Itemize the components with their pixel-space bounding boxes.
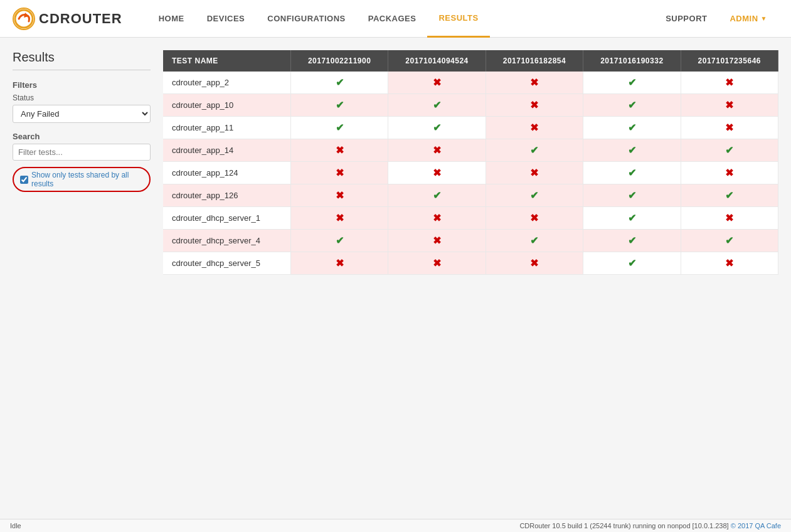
pass-icon: ✔ xyxy=(628,235,636,246)
brand-logo-icon xyxy=(13,8,35,30)
nav-results[interactable]: RESULTS xyxy=(427,0,489,38)
status-select[interactable]: Any FailedAll PassedAnyNone xyxy=(13,105,151,123)
fail-icon: ✖ xyxy=(530,122,538,133)
result-cell: ✔ xyxy=(583,230,681,252)
result-cell: ✔ xyxy=(583,207,681,230)
test-name-cell: cdrouter_app_14 xyxy=(163,139,290,162)
pass-icon: ✔ xyxy=(725,235,733,246)
filters-heading: Filters xyxy=(13,80,151,90)
result-cell: ✖ xyxy=(388,162,486,184)
result-cell: ✔ xyxy=(681,139,778,162)
col-run2[interactable]: 20171014094524 xyxy=(388,50,486,72)
table-row: cdrouter_app_14✖✖✔✔✔ xyxy=(163,139,778,162)
result-cell: ✔ xyxy=(583,184,681,207)
result-cell: ✔ xyxy=(486,184,583,207)
nav-home[interactable]: HOME xyxy=(147,0,196,38)
status-qacafe-link[interactable]: © 2017 QA Cafe xyxy=(731,522,781,529)
status-idle: Idle xyxy=(10,522,21,529)
table-row: cdrouter_dhcp_server_5✖✖✖✔✖ xyxy=(163,252,778,275)
col-run3[interactable]: 20171016182854 xyxy=(486,50,583,72)
pass-icon: ✔ xyxy=(433,190,441,201)
status-filter-section: Status Any FailedAll PassedAnyNone xyxy=(13,93,151,123)
result-cell: ✖ xyxy=(681,72,778,94)
table-row: cdrouter_app_11✔✔✖✔✖ xyxy=(163,117,778,139)
pass-icon: ✔ xyxy=(628,168,636,178)
result-cell: ✔ xyxy=(290,117,388,139)
pass-icon: ✔ xyxy=(725,190,733,201)
nav-devices[interactable]: DEVICES xyxy=(196,0,257,38)
status-label: Status xyxy=(13,93,151,102)
pass-icon: ✔ xyxy=(628,190,636,201)
test-name-cell: cdrouter_dhcp_server_4 xyxy=(163,230,290,252)
result-cell: ✖ xyxy=(681,117,778,139)
fail-icon: ✖ xyxy=(336,168,344,178)
result-cell: ✔ xyxy=(486,139,583,162)
table-row: cdrouter_dhcp_server_4✔✖✔✔✔ xyxy=(163,230,778,252)
fail-icon: ✖ xyxy=(433,145,441,156)
nav-admin[interactable]: ADMIN ▼ xyxy=(718,0,778,38)
fail-icon: ✖ xyxy=(725,213,733,223)
nav-links: HOME DEVICES CONFIGURATIONS PACKAGES RES… xyxy=(147,0,654,38)
status-version: CDRouter 10.5 build 1 (25244 trunk) runn… xyxy=(519,522,728,529)
pass-icon: ✔ xyxy=(725,145,733,156)
pass-icon: ✔ xyxy=(628,213,636,223)
test-name-cell: cdrouter_app_124 xyxy=(163,162,290,184)
fail-icon: ✖ xyxy=(336,258,344,269)
test-name-cell: cdrouter_dhcp_server_5 xyxy=(163,252,290,275)
brand: CDROUTER xyxy=(13,8,122,30)
shared-tests-checkbox-row[interactable]: Show only tests shared by all results xyxy=(13,167,151,192)
fail-icon: ✖ xyxy=(433,258,441,269)
result-cell: ✔ xyxy=(388,184,486,207)
result-cell: ✔ xyxy=(583,94,681,117)
pass-icon: ✔ xyxy=(336,100,344,110)
nav-support[interactable]: SUPPORT xyxy=(654,0,718,38)
table-row: cdrouter_app_124✖✖✖✔✖ xyxy=(163,162,778,184)
table-row: cdrouter_dhcp_server_1✖✖✖✔✖ xyxy=(163,207,778,230)
col-run5[interactable]: 20171017235646 xyxy=(681,50,778,72)
search-input[interactable] xyxy=(13,144,151,161)
test-name-cell: cdrouter_app_2 xyxy=(163,72,290,94)
result-cell: ✖ xyxy=(486,72,583,94)
result-cell: ✖ xyxy=(486,207,583,230)
nav-configurations[interactable]: CONFIGURATIONS xyxy=(256,0,356,38)
result-cell: ✖ xyxy=(290,207,388,230)
fail-icon: ✖ xyxy=(725,100,733,110)
sidebar-title: Results xyxy=(13,50,151,70)
test-name-cell: cdrouter_dhcp_server_1 xyxy=(163,207,290,230)
fail-icon: ✖ xyxy=(530,168,538,178)
result-cell: ✔ xyxy=(290,72,388,94)
col-run1[interactable]: 20171002211900 xyxy=(290,50,388,72)
fail-icon: ✖ xyxy=(433,168,441,178)
result-cell: ✔ xyxy=(583,72,681,94)
result-cell: ✔ xyxy=(681,230,778,252)
result-cell: ✖ xyxy=(681,162,778,184)
fail-icon: ✖ xyxy=(336,190,344,201)
pass-icon: ✔ xyxy=(530,145,538,156)
search-heading: Search xyxy=(13,132,151,141)
fail-icon: ✖ xyxy=(725,77,733,88)
result-cell: ✔ xyxy=(388,94,486,117)
test-name-cell: cdrouter_app_126 xyxy=(163,184,290,207)
pass-icon: ✔ xyxy=(628,100,636,110)
col-run4[interactable]: 20171016190332 xyxy=(583,50,681,72)
result-cell: ✖ xyxy=(388,139,486,162)
result-cell: ✖ xyxy=(290,162,388,184)
fail-icon: ✖ xyxy=(725,258,733,269)
pass-icon: ✔ xyxy=(628,258,636,269)
result-cell: ✔ xyxy=(290,230,388,252)
shared-tests-checkbox[interactable] xyxy=(20,176,28,184)
status-bar: Idle CDRouter 10.5 build 1 (25244 trunk)… xyxy=(0,519,791,532)
pass-icon: ✔ xyxy=(530,235,538,246)
result-cell: ✖ xyxy=(681,207,778,230)
result-cell: ✖ xyxy=(486,117,583,139)
col-test-name: TEST NAME xyxy=(163,50,290,72)
fail-icon: ✖ xyxy=(530,77,538,88)
sidebar: Results Filters Status Any FailedAll Pas… xyxy=(13,50,151,506)
result-cell: ✔ xyxy=(486,230,583,252)
pass-icon: ✔ xyxy=(433,100,441,110)
result-cell: ✔ xyxy=(388,117,486,139)
fail-icon: ✖ xyxy=(530,213,538,223)
table-row: cdrouter_app_2✔✖✖✔✖ xyxy=(163,72,778,94)
nav-packages[interactable]: PACKAGES xyxy=(357,0,428,38)
navbar: CDROUTER HOME DEVICES CONFIGURATIONS PAC… xyxy=(0,0,791,38)
